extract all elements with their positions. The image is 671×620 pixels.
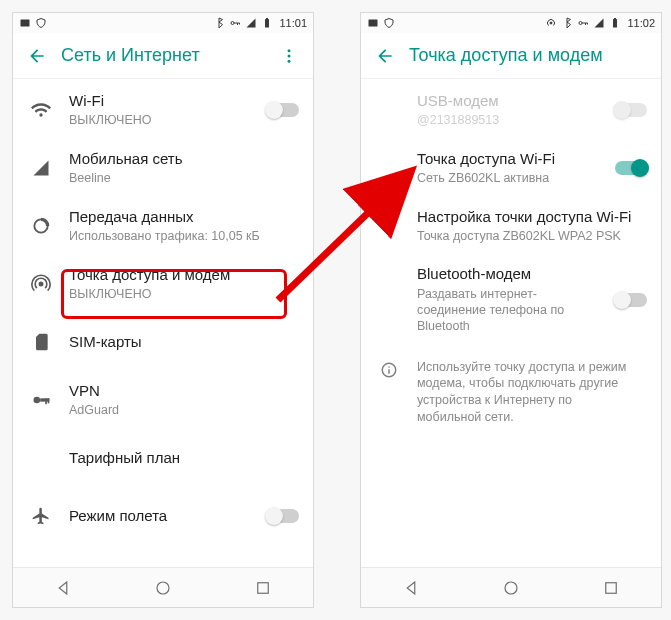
key-icon bbox=[577, 17, 589, 29]
vpn-key-icon bbox=[31, 390, 51, 410]
page-title: Сеть и Интернет bbox=[57, 45, 269, 66]
app-bar: Точка доступа и модем bbox=[361, 33, 661, 79]
item-title: Точка доступа и модем bbox=[69, 266, 299, 285]
airplane-toggle[interactable] bbox=[267, 509, 299, 523]
settings-list: Wi-Fi ВЫКЛЮЧЕНО Мобильная сеть Beeline П… bbox=[13, 79, 313, 547]
settings-list: USB-модем @2131889513 Точка доступа Wi-F… bbox=[361, 79, 661, 438]
wifi-icon bbox=[31, 100, 51, 120]
key-icon bbox=[229, 17, 241, 29]
bluetooth-tethering-toggle[interactable] bbox=[615, 293, 647, 307]
svg-point-16 bbox=[550, 22, 552, 24]
bluetooth-icon bbox=[213, 17, 225, 29]
setting-item-data-usage[interactable]: Передача данных Использовано трафика: 10… bbox=[13, 197, 313, 255]
sim-icon bbox=[31, 332, 51, 352]
usb-tethering-toggle bbox=[615, 103, 647, 117]
setting-item-vpn[interactable]: VPN AdGuard bbox=[13, 371, 313, 429]
item-subtitle: Точка доступа ZB602KL WPA2 PSK bbox=[417, 228, 647, 244]
item-title: Wi-Fi bbox=[69, 92, 257, 111]
svg-rect-0 bbox=[21, 20, 30, 27]
item-title: Bluetooth-модем bbox=[417, 265, 605, 284]
shield-icon bbox=[383, 17, 395, 29]
battery-icon bbox=[261, 17, 273, 29]
shield-icon bbox=[35, 17, 47, 29]
item-subtitle: AdGuard bbox=[69, 402, 299, 418]
status-time: 11:02 bbox=[627, 17, 655, 29]
airplane-icon bbox=[31, 506, 51, 526]
signal-icon bbox=[593, 17, 605, 29]
setting-item-usb-tethering: USB-модем @2131889513 bbox=[361, 81, 661, 139]
signal-icon bbox=[31, 158, 51, 178]
svg-point-4 bbox=[288, 49, 291, 52]
setting-item-wifi[interactable]: Wi-Fi ВЫКЛЮЧЕНО bbox=[13, 81, 313, 139]
nav-back-icon[interactable] bbox=[402, 579, 420, 597]
item-subtitle: ВЫКЛЮЧЕНО bbox=[69, 286, 299, 302]
item-subtitle: Сеть ZB602KL активна bbox=[417, 170, 605, 186]
item-subtitle: ВЫКЛЮЧЕНО bbox=[69, 112, 257, 128]
svg-point-23 bbox=[505, 582, 517, 594]
setting-item-sim-cards[interactable]: SIM-карты bbox=[13, 313, 313, 371]
item-subtitle: @2131889513 bbox=[417, 112, 605, 128]
item-title: Тарифный план bbox=[69, 449, 299, 468]
item-title: Мобильная сеть bbox=[69, 150, 299, 169]
nav-recents-icon[interactable] bbox=[602, 579, 620, 597]
svg-rect-14 bbox=[258, 582, 269, 593]
bluetooth-icon bbox=[561, 17, 573, 29]
nav-recents-icon[interactable] bbox=[254, 579, 272, 597]
phone-right-tethering-settings: 11:02 Точка доступа и модем USB-модем @2… bbox=[360, 12, 662, 608]
setting-item-tethering[interactable]: Точка доступа и модем ВЫКЛЮЧЕНО bbox=[13, 255, 313, 313]
svg-point-13 bbox=[157, 582, 169, 594]
item-title: Настройка точки доступа Wi-Fi bbox=[417, 208, 647, 227]
info-icon bbox=[380, 361, 398, 379]
phone-left-network-settings: 11:01 Сеть и Интернет Wi-Fi ВЫКЛЮЧЕНО Мо… bbox=[12, 12, 314, 608]
setting-item-mobile-network[interactable]: Мобильная сеть Beeline bbox=[13, 139, 313, 197]
svg-rect-19 bbox=[614, 18, 616, 19]
nav-back-icon[interactable] bbox=[54, 579, 72, 597]
hotspot-status-icon bbox=[545, 17, 557, 29]
setting-item-bluetooth-tethering[interactable]: Bluetooth-модем Раздавать интернет-соеди… bbox=[361, 255, 661, 345]
status-time: 11:01 bbox=[279, 17, 307, 29]
svg-rect-3 bbox=[266, 18, 268, 19]
wifi-hotspot-toggle[interactable] bbox=[615, 161, 647, 175]
wifi-toggle[interactable] bbox=[267, 103, 299, 117]
svg-point-9 bbox=[34, 397, 41, 404]
svg-point-8 bbox=[39, 282, 42, 285]
signal-icon bbox=[245, 17, 257, 29]
item-subtitle: Раздавать интернет-соединение телефона п… bbox=[417, 286, 605, 335]
data-usage-icon bbox=[31, 216, 51, 236]
item-title: USB-модем bbox=[417, 92, 605, 111]
item-title: SIM-карты bbox=[69, 333, 299, 352]
svg-point-17 bbox=[579, 22, 582, 25]
navigation-bar bbox=[361, 567, 661, 607]
item-title: VPN bbox=[69, 382, 299, 401]
battery-icon bbox=[609, 17, 621, 29]
svg-rect-2 bbox=[265, 19, 269, 28]
navigation-bar bbox=[13, 567, 313, 607]
item-title: Точка доступа Wi-Fi bbox=[417, 150, 605, 169]
setting-item-hotspot-config[interactable]: Настройка точки доступа Wi-Fi Точка дост… bbox=[361, 197, 661, 255]
nav-home-icon[interactable] bbox=[154, 579, 172, 597]
back-button[interactable] bbox=[17, 36, 57, 76]
item-subtitle: Beeline bbox=[69, 170, 299, 186]
svg-point-5 bbox=[288, 54, 291, 57]
svg-point-22 bbox=[388, 366, 390, 368]
svg-rect-11 bbox=[45, 398, 47, 404]
overflow-menu-button[interactable] bbox=[269, 36, 309, 76]
item-title: Передача данных bbox=[69, 208, 299, 227]
setting-item-data-plan[interactable]: Тарифный план bbox=[13, 429, 313, 487]
svg-rect-18 bbox=[613, 19, 617, 28]
svg-rect-24 bbox=[606, 582, 617, 593]
setting-item-wifi-hotspot[interactable]: Точка доступа Wi-Fi Сеть ZB602KL активна bbox=[361, 139, 661, 197]
hotspot-icon bbox=[31, 274, 51, 294]
image-icon bbox=[19, 17, 31, 29]
info-note: Используйте точку доступа и режим модема… bbox=[361, 345, 661, 437]
nav-home-icon[interactable] bbox=[502, 579, 520, 597]
status-bar: 11:02 bbox=[361, 13, 661, 33]
svg-point-6 bbox=[288, 59, 291, 62]
back-button[interactable] bbox=[365, 36, 405, 76]
app-bar: Сеть и Интернет bbox=[13, 33, 313, 79]
info-text: Используйте точку доступа и режим модема… bbox=[417, 359, 647, 427]
setting-item-airplane-mode[interactable]: Режим полета bbox=[13, 487, 313, 545]
item-title: Режим полета bbox=[69, 507, 257, 526]
status-bar: 11:01 bbox=[13, 13, 313, 33]
svg-rect-15 bbox=[369, 20, 378, 27]
